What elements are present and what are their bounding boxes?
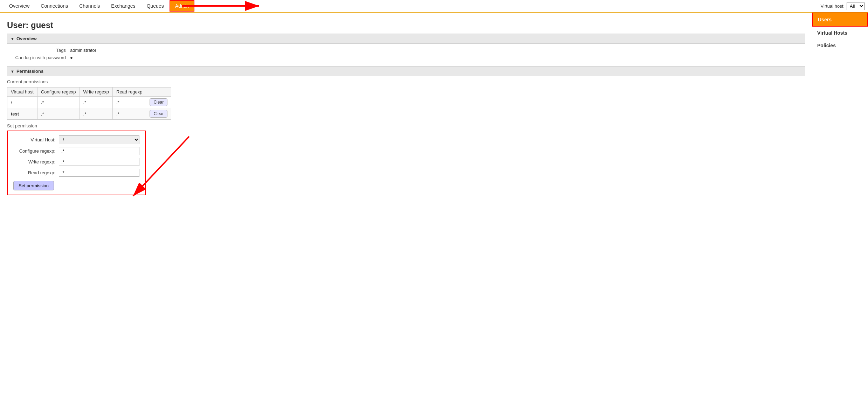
col-write: Write regexp (80, 88, 112, 97)
permissions-section-header[interactable]: ▼ Permissions (7, 66, 805, 76)
row2-action: Clear (146, 108, 171, 120)
configure-form-label: Configure regexp: (13, 148, 59, 154)
table-row: test .* .* .* Clear (7, 108, 171, 120)
row2-vhost: test (7, 108, 37, 120)
read-row: Read regexp: (13, 169, 139, 177)
virtual-host-label: Virtual host: (821, 4, 845, 9)
col-read: Read regexp (113, 88, 146, 97)
tags-label: Tags (7, 48, 70, 53)
row2-configure: .* (37, 108, 80, 120)
row1-write: .* (80, 97, 112, 108)
vhost-row: Virtual Host: / test (13, 135, 139, 144)
row1-action: Clear (146, 97, 171, 108)
vhost-form-label: Virtual Host: (13, 137, 59, 142)
overview-section-header[interactable]: ▼ Overview (7, 34, 805, 44)
permissions-table: Virtual host Configure regexp Write rege… (7, 87, 171, 120)
overview-table: Tags administrator Can log in with passw… (7, 47, 805, 61)
configure-row: Configure regexp: (13, 147, 139, 155)
set-permission-label: Set permission (7, 123, 805, 128)
overview-header-label: Overview (16, 36, 37, 41)
col-action (146, 88, 171, 97)
write-row: Write regexp: (13, 158, 139, 166)
write-form-input[interactable] (59, 158, 139, 166)
set-permission-button[interactable]: Set permission (13, 181, 54, 190)
sidebar-item-users[interactable]: Users (812, 13, 868, 27)
main-content: User: guest ▼ Overview Tags administrato… (0, 13, 812, 406)
col-vhost: Virtual host (7, 88, 37, 97)
page-title-prefix: User: (7, 20, 31, 30)
read-form-input[interactable] (59, 169, 139, 177)
permissions-header-label: Permissions (16, 69, 43, 74)
table-row: / .* .* .* Clear (7, 97, 171, 108)
clear-button-row2[interactable]: Clear (150, 110, 167, 118)
login-row: Can log in with password ● (7, 54, 805, 61)
row2-write: .* (80, 108, 112, 120)
row1-read: .* (113, 97, 146, 108)
login-value: ● (70, 55, 73, 60)
tags-value: administrator (70, 48, 96, 53)
sidebar-item-policies[interactable]: Policies (812, 39, 868, 52)
clear-button-row1[interactable]: Clear (150, 98, 167, 106)
read-form-label: Read regexp: (13, 170, 59, 175)
virtual-host-select[interactable]: All / test (847, 2, 864, 10)
nav-overview[interactable]: Overview (4, 0, 35, 12)
top-nav: Overview Connections Channels Exchanges … (0, 0, 868, 13)
current-permissions-label: Current permissions (7, 79, 805, 84)
nav-connections[interactable]: Connections (35, 0, 74, 12)
page-title-value: guest (31, 20, 53, 30)
nav-exchanges[interactable]: Exchanges (105, 0, 141, 12)
vhost-form-select[interactable]: / test (59, 135, 139, 144)
sidebar: Users Virtual Hosts Policies (812, 13, 868, 406)
row2-read: .* (113, 108, 146, 120)
nav-channels[interactable]: Channels (74, 0, 105, 12)
row1-vhost: / (7, 97, 37, 108)
sidebar-item-virtual-hosts[interactable]: Virtual Hosts (812, 27, 868, 39)
virtual-host-selector: Virtual host: All / test (821, 2, 864, 10)
login-label: Can log in with password (7, 55, 70, 60)
nav-admin[interactable]: Admin (170, 0, 195, 12)
permissions-arrow-icon: ▼ (11, 69, 14, 74)
row1-configure: .* (37, 97, 80, 108)
permissions-header-row: Virtual host Configure regexp Write rege… (7, 88, 171, 97)
tags-row: Tags administrator (7, 47, 805, 54)
write-form-label: Write regexp: (13, 159, 59, 164)
col-configure: Configure regexp (37, 88, 80, 97)
configure-form-input[interactable] (59, 147, 139, 155)
nav-queues[interactable]: Queues (141, 0, 170, 12)
set-permission-form: Virtual Host: / test Configure regexp: W… (7, 131, 146, 195)
page-title: User: guest (7, 16, 805, 34)
overview-arrow-icon: ▼ (11, 37, 14, 41)
